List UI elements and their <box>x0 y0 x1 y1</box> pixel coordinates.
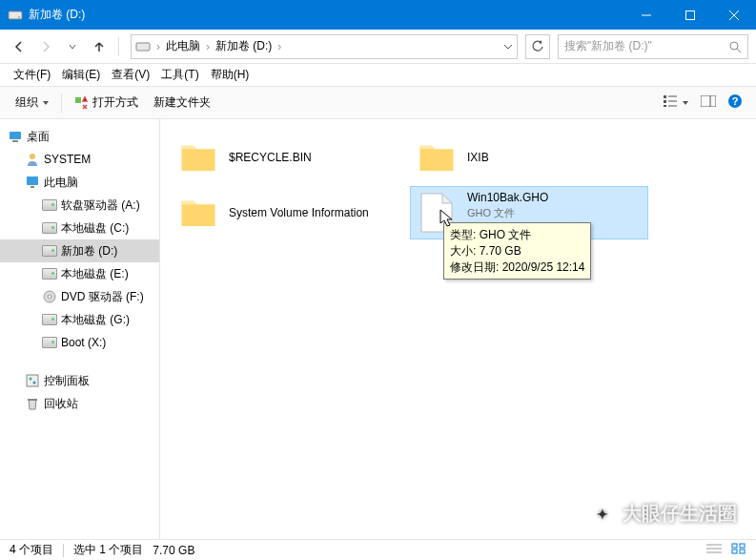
menu-view[interactable]: 查看(V) <box>106 67 155 83</box>
recent-dropdown[interactable] <box>61 35 84 58</box>
forward-button[interactable] <box>34 35 57 58</box>
nav-bar: › 此电脑 › 新加卷 (D:) › 搜索"新加卷 (D:)" <box>0 30 756 64</box>
svg-rect-20 <box>10 132 21 139</box>
menu-help[interactable]: 帮助(H) <box>205 67 255 83</box>
svg-line-8 <box>737 49 741 52</box>
tree-this-pc[interactable]: 此电脑 <box>0 171 159 194</box>
svg-rect-35 <box>740 544 745 548</box>
tree-drive-e[interactable]: 本地磁盘 (E:) <box>0 262 159 285</box>
address-bar[interactable]: › 此电脑 › 新加卷 (D:) › <box>131 34 518 59</box>
svg-rect-10 <box>664 95 666 98</box>
file-item-folder[interactable]: $RECYCLE.BIN <box>172 131 410 184</box>
tree-drive-a[interactable]: 软盘驱动器 (A:) <box>0 194 159 217</box>
tree-drive-g[interactable]: 本地磁盘 (G:) <box>0 308 159 331</box>
nav-tree: 桌面 SYSTEM 此电脑 软盘驱动器 (A:) 本地磁盘 (C:) 新加卷 (… <box>0 119 160 539</box>
view-details-icon[interactable] <box>706 543 722 557</box>
svg-rect-21 <box>12 140 18 142</box>
svg-rect-9 <box>75 97 81 103</box>
svg-text:?: ? <box>732 95 739 107</box>
search-icon <box>728 40 742 53</box>
svg-point-29 <box>33 382 36 384</box>
help-button[interactable]: ? <box>722 93 748 112</box>
refresh-button[interactable] <box>525 34 550 59</box>
chevron-down-icon[interactable] <box>503 42 513 52</box>
close-button[interactable] <box>712 0 756 30</box>
preview-pane-button[interactable] <box>695 95 722 110</box>
menu-file[interactable]: 文件(F) <box>8 67 56 83</box>
menu-edit[interactable]: 编辑(E) <box>56 67 106 83</box>
status-bar: 4 个项目 选中 1 个项目 7.70 GB <box>0 539 756 560</box>
new-folder-button[interactable]: 新建文件夹 <box>146 94 218 111</box>
tree-system[interactable]: SYSTEM <box>0 148 159 171</box>
breadcrumb-item[interactable]: 新加卷 (D:) <box>212 38 276 54</box>
breadcrumb-item[interactable]: 此电脑 <box>162 38 204 54</box>
status-selected: 选中 1 个项目 <box>73 542 143 558</box>
tree-recycle-bin[interactable]: 回收站 <box>0 392 159 415</box>
svg-rect-16 <box>701 95 716 107</box>
tree-drive-c[interactable]: 本地磁盘 (C:) <box>0 217 159 239</box>
svg-point-22 <box>30 154 35 159</box>
svg-rect-27 <box>27 375 38 386</box>
svg-rect-6 <box>136 43 150 51</box>
svg-rect-34 <box>732 544 737 548</box>
svg-point-28 <box>30 378 32 381</box>
svg-rect-3 <box>686 10 695 19</box>
menu-bar: 文件(F) 编辑(E) 查看(V) 工具(T) 帮助(H) <box>0 64 756 87</box>
toolbar: 组织 打开方式 新建文件夹 ? <box>0 87 756 119</box>
tree-drive-f[interactable]: DVD 驱动器 (F:) <box>0 285 159 308</box>
organize-button[interactable]: 组织 <box>8 94 57 111</box>
tooltip: 类型: GHO 文件 大小: 7.70 GB 修改日期: 2020/9/25 1… <box>443 222 591 280</box>
svg-rect-0 <box>9 11 22 19</box>
maximize-button[interactable] <box>668 0 712 30</box>
status-size: 7.70 GB <box>153 544 194 557</box>
svg-rect-37 <box>740 550 745 553</box>
open-with-button[interactable]: 打开方式 <box>66 94 146 111</box>
svg-rect-11 <box>664 100 666 103</box>
tree-desktop[interactable]: 桌面 <box>0 125 159 148</box>
svg-point-1 <box>18 16 20 18</box>
view-options-button[interactable] <box>658 95 695 110</box>
svg-rect-23 <box>27 176 38 185</box>
view-icons-icon[interactable] <box>731 543 746 557</box>
svg-rect-36 <box>732 550 737 553</box>
tree-drive-x[interactable]: Boot (X:) <box>0 331 159 354</box>
back-button[interactable] <box>8 35 31 58</box>
svg-rect-24 <box>31 186 34 188</box>
drive-icon <box>8 8 23 23</box>
svg-point-7 <box>730 42 738 50</box>
svg-point-26 <box>48 295 51 299</box>
watermark: ✦ 大眼仔生活圈 <box>590 501 737 527</box>
search-input[interactable]: 搜索"新加卷 (D:)" <box>558 34 748 59</box>
tree-control-panel[interactable]: 控制面板 <box>0 369 159 392</box>
file-item-folder[interactable]: IXIB <box>410 131 648 184</box>
window-title: 新加卷 (D:) <box>29 7 624 23</box>
up-button[interactable] <box>88 35 111 58</box>
tree-drive-d[interactable]: 新加卷 (D:) <box>0 239 159 262</box>
title-bar: 新加卷 (D:) <box>0 0 756 30</box>
file-item-folder[interactable]: System Volume Information <box>172 186 410 239</box>
status-count: 4 个项目 <box>10 542 53 558</box>
minimize-button[interactable] <box>624 0 668 30</box>
menu-tools[interactable]: 工具(T) <box>155 67 204 83</box>
file-list[interactable]: $RECYCLE.BIN IXIB System Volume Informat… <box>160 119 756 539</box>
svg-rect-12 <box>664 105 666 107</box>
